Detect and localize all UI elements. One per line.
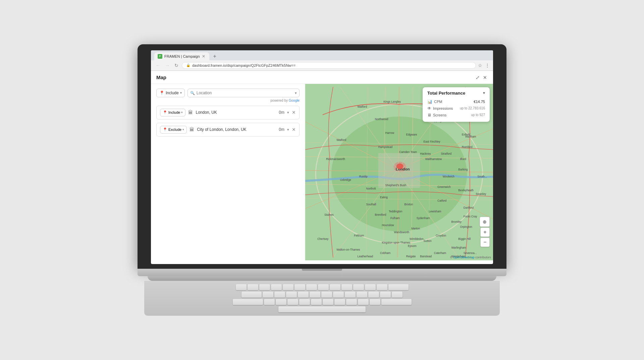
svg-text:Walton-on-Thames: Walton-on-Thames — [336, 248, 360, 251]
city-london-type-dropdown[interactable]: 📍 Exclude ▾ — [160, 126, 187, 134]
key[interactable] — [248, 284, 258, 290]
perf-header: Total Performance ▾ — [427, 91, 485, 96]
key[interactable] — [311, 299, 322, 305]
svg-text:Feltham: Feltham — [354, 234, 364, 237]
key[interactable] — [264, 299, 275, 305]
distance-chevron-icon[interactable]: ▾ — [287, 110, 289, 115]
key[interactable] — [357, 292, 367, 298]
tab-close-button[interactable]: ✕ — [202, 54, 205, 59]
svg-text:Northolt: Northolt — [366, 187, 376, 190]
key[interactable] — [236, 284, 247, 290]
include-dropdown-search[interactable]: 📍 Include ▾ — [156, 89, 185, 97]
svg-text:Catford: Catford — [437, 199, 447, 202]
svg-text:Wandsworth: Wandsworth — [394, 230, 409, 234]
key-row-1 — [151, 284, 493, 290]
key[interactable] — [346, 299, 357, 305]
key-space[interactable] — [278, 306, 366, 312]
key[interactable] — [370, 299, 380, 305]
menu-button[interactable]: ⋮ — [485, 63, 490, 68]
london-type-dropdown[interactable]: 📍 Include ▾ — [160, 109, 185, 116]
city-london-distance: 0m — [279, 127, 284, 132]
key[interactable] — [276, 299, 286, 305]
svg-text:Biggin Hill: Biggin Hill — [458, 237, 471, 241]
left-panel: 📍 Include ▾ 🔍 ▾ — [151, 84, 305, 261]
svg-text:Epsom: Epsom — [408, 244, 417, 248]
reload-button[interactable]: ↻ — [173, 62, 180, 69]
key[interactable] — [323, 299, 333, 305]
key-tab[interactable] — [241, 292, 262, 298]
svg-text:Waltham: Waltham — [465, 135, 476, 138]
london-remove-button[interactable]: ✕ — [292, 110, 296, 115]
expand-icon[interactable]: ⤢ — [475, 74, 480, 81]
key[interactable] — [345, 292, 356, 298]
distance-chevron-icon-2[interactable]: ▾ — [287, 127, 289, 132]
laptop-bottom — [148, 276, 496, 281]
svg-text:Southall: Southall — [366, 203, 376, 206]
perf-chevron-icon[interactable]: ▾ — [483, 91, 485, 95]
key[interactable] — [368, 292, 379, 298]
key-enter[interactable] — [381, 299, 412, 305]
perf-cpm-label: 📊 CPM — [427, 99, 442, 104]
close-icon[interactable]: ✕ — [482, 74, 488, 81]
browser-tab[interactable]: F FRAMEN | Campaign ✕ — [154, 52, 209, 60]
svg-text:Teddington: Teddington — [389, 209, 402, 213]
zoom-out-button[interactable]: − — [480, 238, 490, 247]
new-tab-button[interactable]: + — [211, 53, 218, 59]
key-backspace[interactable] — [388, 284, 409, 290]
map-container[interactable]: Kings Langley Potters Bar Cheshunt Chipp… — [305, 84, 493, 261]
key[interactable] — [353, 284, 364, 290]
key-row-2 — [151, 292, 493, 298]
svg-text:Romford: Romford — [462, 145, 473, 148]
laptop-base — [138, 269, 506, 276]
key[interactable] — [294, 284, 305, 290]
key[interactable] — [365, 284, 376, 290]
key[interactable] — [283, 284, 293, 290]
address-bar[interactable]: 🔒 dashboard.framen.io/dsp/campaign/Q2Ftc… — [182, 62, 476, 69]
svg-text:Banstead: Banstead — [420, 255, 432, 258]
performance-panel: Total Performance ▾ 📊 CPM €14.75 — [423, 87, 490, 122]
key[interactable] — [380, 292, 391, 298]
zoom-in-button[interactable]: + — [480, 227, 490, 237]
key[interactable] — [321, 292, 332, 298]
perf-impressions-value: up to 22.783.616 — [460, 106, 485, 110]
key[interactable] — [341, 284, 352, 290]
key[interactable] — [287, 299, 298, 305]
key[interactable] — [306, 284, 317, 290]
back-button[interactable]: ← — [154, 62, 162, 69]
city-london-remove-button[interactable]: ✕ — [292, 127, 296, 132]
key[interactable] — [271, 284, 282, 290]
key[interactable] — [392, 292, 402, 298]
key[interactable] — [274, 292, 285, 298]
key[interactable] — [330, 284, 340, 290]
key[interactable] — [263, 292, 273, 298]
city-london-name: City of London, London, UK — [197, 127, 276, 132]
key-caps[interactable] — [233, 299, 263, 305]
locate-button[interactable]: ⊕ — [480, 217, 490, 227]
browser-content: Map ⤢ ✕ 📍 — [151, 71, 493, 261]
location-search-input[interactable] — [187, 89, 300, 97]
svg-text:Uxbridge: Uxbridge — [340, 178, 352, 182]
svg-text:Brixton: Brixton — [405, 203, 413, 206]
location-item-london: 📍 Include ▾ 🏛 London, UK 0m ▾ ✕ — [156, 106, 300, 119]
key[interactable] — [286, 292, 297, 298]
search-wrapper: 🔍 ▾ — [187, 89, 300, 97]
key[interactable] — [318, 284, 329, 290]
key[interactable] — [377, 284, 387, 290]
key[interactable] — [299, 299, 310, 305]
openstreetmap-link[interactable]: OpenStreetMap — [453, 256, 475, 259]
key[interactable] — [358, 299, 369, 305]
key[interactable] — [259, 284, 270, 290]
bookmark-button[interactable]: ☆ — [478, 63, 482, 68]
svg-text:Greenwich: Greenwich — [437, 185, 451, 189]
svg-text:Fulham: Fulham — [390, 216, 400, 220]
key[interactable] — [333, 292, 344, 298]
screen-bezel: F FRAMEN | Campaign ✕ + ← → ↻ 🔒 dashboar… — [138, 44, 506, 269]
modal-header-actions: ⤢ ✕ — [475, 74, 488, 81]
perf-screens-label: 🖥 Screens — [427, 113, 446, 117]
svg-text:Caterham: Caterham — [434, 251, 446, 255]
key[interactable] — [298, 292, 309, 298]
forward-button[interactable]: → — [164, 62, 171, 69]
key[interactable] — [334, 299, 345, 305]
svg-text:Woolwich: Woolwich — [443, 175, 455, 178]
key[interactable] — [310, 292, 320, 298]
